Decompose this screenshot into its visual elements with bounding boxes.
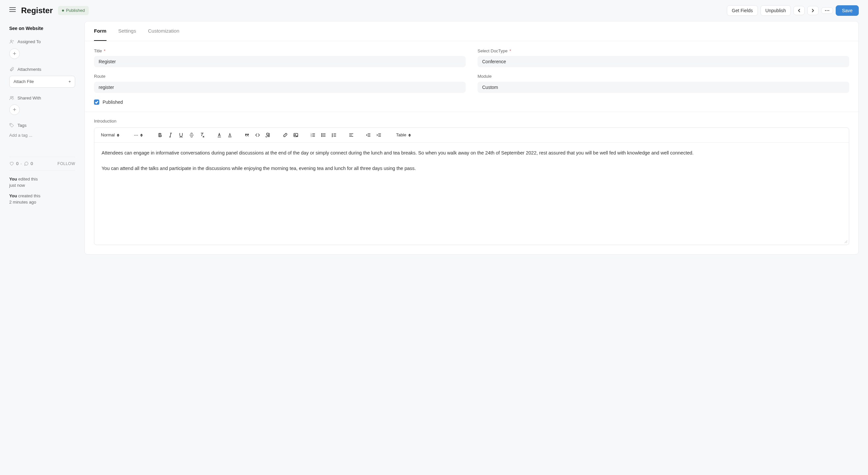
route-label: Route	[94, 73, 466, 80]
link-button[interactable]	[281, 130, 290, 140]
highlight-button[interactable]	[225, 130, 235, 140]
strike-button[interactable]	[187, 130, 196, 140]
editor-toolbar: Normal ---	[94, 128, 849, 143]
resize-handle-icon[interactable]	[844, 240, 847, 243]
bold-button[interactable]	[155, 130, 164, 140]
strike-icon	[189, 132, 194, 138]
published-checkbox-row: Published	[94, 99, 849, 106]
main-card: Form Settings Customization Title * Sele…	[85, 21, 859, 255]
add-share-button[interactable]: +	[9, 104, 20, 115]
image-button[interactable]	[291, 130, 301, 140]
tags-section: Tags	[9, 122, 75, 129]
form-body: Title * Select DocType * Route Module	[85, 41, 859, 255]
more-button[interactable]	[821, 7, 833, 14]
introduction-label: Introduction	[94, 118, 849, 125]
form-row: Route Module	[94, 73, 849, 93]
attach-file-button[interactable]: Attach File +	[9, 76, 75, 88]
svg-line-18	[202, 133, 203, 136]
svg-point-34	[321, 135, 322, 135]
activity-action: edited this	[18, 176, 38, 181]
checklist-icon	[332, 132, 337, 138]
unpublish-button[interactable]: Unpublish	[761, 5, 791, 16]
doctype-input[interactable]	[477, 56, 849, 67]
status-dot-icon	[62, 9, 64, 11]
svg-text:3: 3	[311, 135, 312, 137]
comment-icon[interactable]	[24, 161, 29, 166]
form-col-title: Title *	[94, 48, 466, 68]
layout: See on Website Assigned To + Attachments…	[0, 21, 868, 264]
follow-button[interactable]: FOLLOW	[57, 161, 75, 167]
svg-line-52	[846, 242, 847, 243]
activity-user: You	[9, 176, 17, 181]
clear-format-icon	[199, 132, 205, 138]
link-icon	[283, 132, 288, 138]
get-fields-button[interactable]: Get Fields	[727, 5, 758, 16]
prev-button[interactable]	[794, 6, 805, 15]
indent-button[interactable]	[374, 130, 383, 140]
text-color-button[interactable]	[215, 130, 224, 140]
add-tag-input[interactable]: Add a tag ...	[9, 132, 75, 139]
svg-point-4	[827, 10, 828, 11]
editor-content[interactable]: Attendees can engage in informative conv…	[94, 143, 849, 245]
code-button[interactable]	[253, 130, 262, 140]
header-actions: Get Fields Unpublish Save	[727, 5, 859, 16]
svg-point-6	[10, 40, 12, 42]
paperclip-icon	[9, 67, 14, 72]
svg-rect-24	[228, 136, 231, 137]
tab-customization[interactable]: Customization	[148, 22, 179, 41]
table-select[interactable]: Table	[394, 130, 413, 140]
image-icon	[293, 132, 299, 138]
highlight-icon	[227, 132, 232, 138]
sidebar-stats: 0 · 0 FOLLOW	[9, 157, 75, 171]
menu-icon[interactable]	[9, 7, 16, 14]
see-on-website-link[interactable]: See on Website	[9, 25, 75, 32]
underline-button[interactable]	[177, 130, 186, 140]
checklist-button[interactable]	[330, 130, 339, 140]
pilcrow-icon	[266, 132, 271, 138]
font-size-select[interactable]: ---	[132, 130, 145, 140]
activity-user: You	[9, 193, 17, 198]
form-col-doctype: Select DocType *	[477, 48, 849, 68]
svg-point-10	[12, 96, 13, 98]
stats-left: 0 · 0	[9, 161, 33, 167]
published-checkbox[interactable]	[94, 100, 99, 105]
activity-entry: You created this 2 minutes ago	[9, 193, 75, 206]
unordered-list-button[interactable]	[319, 130, 328, 140]
italic-button[interactable]	[166, 130, 175, 140]
code-icon	[255, 132, 260, 138]
chevron-left-icon	[797, 8, 801, 12]
form-col-module: Module	[477, 73, 849, 93]
blockquote-button[interactable]	[242, 130, 252, 140]
save-button[interactable]: Save	[836, 5, 859, 16]
required-asterisk: *	[509, 48, 511, 54]
tabs: Form Settings Customization	[85, 22, 859, 41]
updown-icon	[408, 134, 411, 137]
tab-form[interactable]: Form	[94, 22, 106, 41]
list-ordered-icon: 123	[310, 132, 316, 138]
updown-icon	[140, 134, 143, 137]
ellipsis-icon	[825, 10, 829, 11]
tab-settings[interactable]: Settings	[118, 22, 136, 41]
module-input[interactable]	[477, 82, 849, 93]
outdent-button[interactable]	[364, 130, 373, 140]
align-button[interactable]	[347, 130, 356, 140]
comments-count: 0	[31, 161, 33, 167]
route-input[interactable]	[94, 82, 466, 93]
form-row: Title * Select DocType *	[94, 48, 849, 68]
title-input[interactable]	[94, 56, 466, 67]
rtl-button[interactable]	[264, 130, 273, 140]
attachments-section: Attachments	[9, 66, 75, 73]
sidebar: See on Website Assigned To + Attachments…	[9, 21, 75, 255]
heart-icon[interactable]	[9, 161, 14, 166]
tags-label: Tags	[18, 122, 26, 129]
italic-icon	[168, 132, 173, 138]
status-badge: Published	[58, 6, 89, 15]
editor-paragraph: Attendees can engage in informative conv…	[101, 148, 842, 158]
next-button[interactable]	[807, 6, 818, 15]
plus-icon: +	[68, 78, 71, 85]
heading-select[interactable]: Normal	[99, 130, 121, 140]
ordered-list-button[interactable]: 123	[308, 130, 318, 140]
add-assignee-button[interactable]: +	[9, 48, 20, 59]
clear-format-button[interactable]	[197, 130, 207, 140]
check-icon	[95, 100, 98, 104]
